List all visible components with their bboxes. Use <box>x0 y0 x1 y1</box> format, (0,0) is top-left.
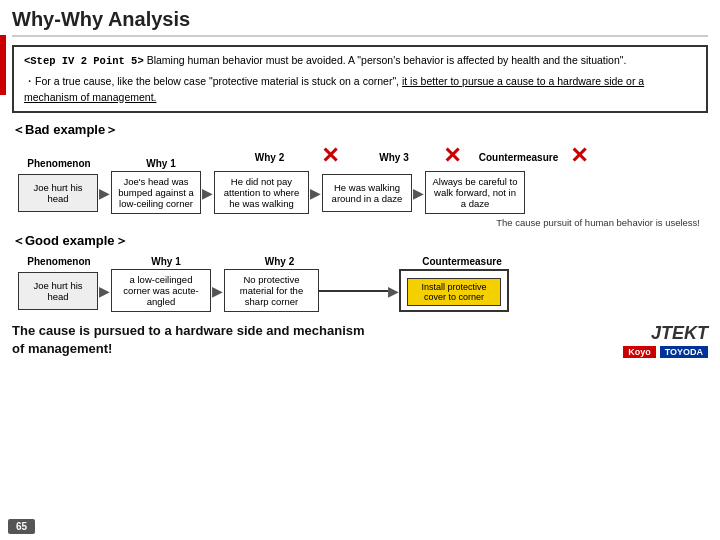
bottom-text: The cause is pursued to a hardware side … <box>12 322 365 358</box>
arrow1: ▶ <box>99 185 110 201</box>
good-long-arrow: ▶ <box>319 283 399 299</box>
good-arrow2: ▶ <box>212 283 223 299</box>
good-why1-label: Why 1 <box>116 256 216 267</box>
bad-cause-note: The cause pursuit of human behavior is u… <box>496 217 700 228</box>
good-example-labels: Phenomenon Why 1 Why 2 Countermeasure <box>18 256 708 267</box>
jtekt-logo: JTEKT <box>651 323 708 344</box>
good-phenomenon-label: Phenomenon <box>18 256 100 267</box>
bad-example-header: ＜Bad example＞ <box>12 121 708 139</box>
bad-why3-box: He was walking around in a daze <box>322 174 412 212</box>
bad-example-labels: Phenomenon Why 1 Why 2 ✕ Why 3 ✕ Counter… <box>18 145 708 169</box>
arrow2: ▶ <box>202 185 213 201</box>
good-countermeasure-box: Install protective cover to corner <box>399 269 509 312</box>
info-box-bullet: ・For a true cause, like the below case "… <box>24 74 696 106</box>
page-title: Why-Why Analysis <box>12 8 708 37</box>
logo-brands: Koyo TOYODA <box>623 346 708 358</box>
bad-countermeasure-label: Countermeasure <box>471 152 566 163</box>
page: Why-Why Analysis <Step IV 2 Point 5> Bla… <box>0 0 720 540</box>
good-countermeasure-install: Install protective cover to corner <box>407 278 501 306</box>
good-why1-box: a low-ceilinged corner was acute-angled <box>111 269 211 312</box>
good-why2-box: No protective material for the sharp cor… <box>224 269 319 312</box>
countermeasure-x-mark: ✕ <box>570 143 588 169</box>
good-example-header: ＜Good example＞ <box>12 232 708 250</box>
info-box-step: <Step IV 2 Point 5> Blaming human behavi… <box>24 53 696 70</box>
bad-example-flow: Joe hurt his head ▶ Joe's head was bumpe… <box>18 171 708 214</box>
bad-phenomenon-label: Phenomenon <box>18 158 100 169</box>
bad-why2-label: Why 2 <box>222 152 317 163</box>
page-number: 65 <box>8 519 35 534</box>
bad-countermeasure-box: Always be careful to walk forward, not i… <box>425 171 525 214</box>
bad-why1-label: Why 1 <box>116 158 206 169</box>
bottom-section: The cause is pursued to a hardware side … <box>12 322 708 358</box>
bad-why3-label: Why 3 <box>349 152 439 163</box>
info-box-bullet-text: ・For a true cause, like the below case "… <box>24 75 644 103</box>
step-label: <Step IV 2 Point 5> <box>24 55 144 67</box>
why2-x-mark: ✕ <box>321 143 339 169</box>
good-why2-label: Why 2 <box>232 256 327 267</box>
logo-area: JTEKT Koyo TOYODA <box>623 323 708 358</box>
arrow3: ▶ <box>310 185 321 201</box>
good-example-flow: Joe hurt his head ▶ a low-ceilinged corn… <box>18 269 708 312</box>
info-box-main-text: Blaming human behavior must be avoided. … <box>147 54 627 66</box>
good-arrow1: ▶ <box>99 283 110 299</box>
good-countermeasure-label: Countermeasure <box>407 256 517 267</box>
toyoda-brand: TOYODA <box>660 346 708 358</box>
why3-x-mark: ✕ <box>443 143 461 169</box>
red-accent-bar <box>0 35 6 95</box>
bad-cause-note-row: The cause pursuit of human behavior is u… <box>12 217 708 228</box>
good-phenomenon-box: Joe hurt his head <box>18 272 98 310</box>
bad-phenomenon-box: Joe hurt his head <box>18 174 98 212</box>
info-box: <Step IV 2 Point 5> Blaming human behavi… <box>12 45 708 113</box>
koyo-brand: Koyo <box>623 346 656 358</box>
bad-why1-box: Joe's head was bumped against a low-ceil… <box>111 171 201 214</box>
arrow4: ▶ <box>413 185 424 201</box>
bad-why2-box: He did not pay attention to where he was… <box>214 171 309 214</box>
